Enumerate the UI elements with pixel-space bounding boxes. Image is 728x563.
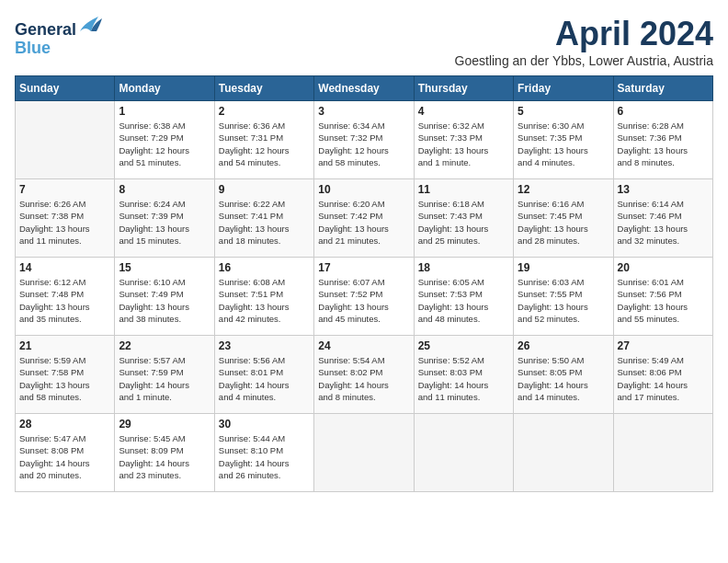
calendar-cell: 5Sunrise: 6:30 AM Sunset: 7:35 PM Daylig… bbox=[514, 101, 613, 179]
day-number: 28 bbox=[19, 418, 110, 431]
calendar-cell bbox=[514, 414, 613, 492]
day-info: Sunrise: 6:10 AM Sunset: 7:49 PM Dayligh… bbox=[119, 276, 210, 325]
location: Goestling an der Ybbs, Lower Austria, Au… bbox=[455, 53, 713, 68]
logo: General Blue bbox=[15, 15, 104, 58]
day-number: 4 bbox=[418, 105, 509, 118]
calendar-week-4: 21Sunrise: 5:59 AM Sunset: 7:58 PM Dayli… bbox=[16, 336, 713, 414]
month-title: April 2024 bbox=[455, 15, 713, 53]
day-number: 17 bbox=[318, 261, 409, 274]
day-number: 30 bbox=[219, 418, 310, 431]
day-number: 25 bbox=[418, 339, 509, 352]
day-info: Sunrise: 5:57 AM Sunset: 7:59 PM Dayligh… bbox=[119, 354, 210, 403]
day-info: Sunrise: 6:08 AM Sunset: 7:51 PM Dayligh… bbox=[219, 276, 310, 325]
day-info: Sunrise: 6:07 AM Sunset: 7:52 PM Dayligh… bbox=[318, 276, 409, 325]
day-info: Sunrise: 6:20 AM Sunset: 7:42 PM Dayligh… bbox=[318, 198, 409, 247]
header-day-sunday: Sunday bbox=[16, 76, 115, 101]
day-info: Sunrise: 6:32 AM Sunset: 7:33 PM Dayligh… bbox=[418, 120, 509, 168]
day-info: Sunrise: 6:05 AM Sunset: 7:53 PM Dayligh… bbox=[418, 276, 509, 325]
calendar-cell: 4Sunrise: 6:32 AM Sunset: 7:33 PM Daylig… bbox=[414, 101, 513, 179]
day-info: Sunrise: 6:24 AM Sunset: 7:39 PM Dayligh… bbox=[119, 198, 210, 247]
day-info: Sunrise: 6:30 AM Sunset: 7:35 PM Dayligh… bbox=[518, 120, 609, 168]
calendar-cell bbox=[314, 414, 414, 492]
day-info: Sunrise: 6:38 AM Sunset: 7:29 PM Dayligh… bbox=[119, 120, 210, 168]
day-number: 21 bbox=[19, 339, 110, 352]
day-info: Sunrise: 5:54 AM Sunset: 8:02 PM Dayligh… bbox=[318, 354, 409, 403]
header-day-saturday: Saturday bbox=[613, 76, 712, 101]
header-day-thursday: Thursday bbox=[414, 76, 513, 101]
day-number: 15 bbox=[119, 261, 210, 274]
day-info: Sunrise: 6:03 AM Sunset: 7:55 PM Dayligh… bbox=[518, 276, 609, 325]
calendar-cell: 8Sunrise: 6:24 AM Sunset: 7:39 PM Daylig… bbox=[115, 179, 214, 258]
calendar-cell: 22Sunrise: 5:57 AM Sunset: 7:59 PM Dayli… bbox=[115, 336, 214, 414]
day-number: 27 bbox=[618, 339, 709, 352]
calendar-cell: 11Sunrise: 6:18 AM Sunset: 7:43 PM Dayli… bbox=[414, 179, 513, 258]
day-number: 10 bbox=[318, 183, 409, 196]
calendar-cell: 16Sunrise: 6:08 AM Sunset: 7:51 PM Dayli… bbox=[214, 258, 313, 336]
day-info: Sunrise: 5:56 AM Sunset: 8:01 PM Dayligh… bbox=[219, 354, 310, 403]
calendar-week-3: 14Sunrise: 6:12 AM Sunset: 7:48 PM Dayli… bbox=[16, 258, 713, 336]
day-number: 3 bbox=[318, 105, 409, 118]
day-info: Sunrise: 6:16 AM Sunset: 7:45 PM Dayligh… bbox=[518, 198, 609, 247]
calendar-cell: 21Sunrise: 5:59 AM Sunset: 7:58 PM Dayli… bbox=[16, 336, 115, 414]
day-info: Sunrise: 5:45 AM Sunset: 8:09 PM Dayligh… bbox=[119, 432, 210, 481]
page-header: General Blue April 2024 Goestling an der… bbox=[15, 15, 713, 68]
day-number: 7 bbox=[19, 183, 110, 196]
calendar-cell: 15Sunrise: 6:10 AM Sunset: 7:49 PM Dayli… bbox=[115, 258, 214, 336]
calendar-week-2: 7Sunrise: 6:26 AM Sunset: 7:38 PM Daylig… bbox=[16, 179, 713, 258]
calendar-cell bbox=[414, 414, 513, 492]
day-info: Sunrise: 5:52 AM Sunset: 8:03 PM Dayligh… bbox=[418, 354, 509, 403]
day-number: 8 bbox=[119, 183, 210, 196]
calendar-body: 1Sunrise: 6:38 AM Sunset: 7:29 PM Daylig… bbox=[16, 101, 713, 492]
day-info: Sunrise: 5:59 AM Sunset: 7:58 PM Dayligh… bbox=[19, 354, 110, 403]
calendar-cell: 28Sunrise: 5:47 AM Sunset: 8:08 PM Dayli… bbox=[16, 414, 115, 492]
day-info: Sunrise: 6:28 AM Sunset: 7:36 PM Dayligh… bbox=[618, 120, 709, 168]
day-number: 26 bbox=[518, 339, 609, 352]
day-number: 13 bbox=[618, 183, 709, 196]
day-info: Sunrise: 5:50 AM Sunset: 8:05 PM Dayligh… bbox=[518, 354, 609, 403]
day-number: 19 bbox=[518, 261, 609, 274]
calendar-cell: 27Sunrise: 5:49 AM Sunset: 8:06 PM Dayli… bbox=[613, 336, 712, 414]
header-day-tuesday: Tuesday bbox=[214, 76, 313, 101]
day-number: 11 bbox=[418, 183, 509, 196]
calendar-cell: 2Sunrise: 6:36 AM Sunset: 7:31 PM Daylig… bbox=[214, 101, 313, 179]
calendar-cell: 20Sunrise: 6:01 AM Sunset: 7:56 PM Dayli… bbox=[613, 258, 712, 336]
calendar-cell: 12Sunrise: 6:16 AM Sunset: 7:45 PM Dayli… bbox=[514, 179, 613, 258]
calendar-cell bbox=[613, 414, 712, 492]
day-info: Sunrise: 5:49 AM Sunset: 8:06 PM Dayligh… bbox=[618, 354, 709, 403]
day-info: Sunrise: 6:36 AM Sunset: 7:31 PM Dayligh… bbox=[219, 120, 310, 168]
calendar-cell: 3Sunrise: 6:34 AM Sunset: 7:32 PM Daylig… bbox=[314, 101, 414, 179]
day-info: Sunrise: 6:34 AM Sunset: 7:32 PM Dayligh… bbox=[318, 120, 409, 168]
day-info: Sunrise: 6:12 AM Sunset: 7:48 PM Dayligh… bbox=[19, 276, 110, 325]
day-info: Sunrise: 6:14 AM Sunset: 7:46 PM Dayligh… bbox=[618, 198, 709, 247]
calendar-week-5: 28Sunrise: 5:47 AM Sunset: 8:08 PM Dayli… bbox=[16, 414, 713, 492]
day-number: 22 bbox=[119, 339, 210, 352]
calendar-cell: 9Sunrise: 6:22 AM Sunset: 7:41 PM Daylig… bbox=[214, 179, 313, 258]
calendar-cell: 29Sunrise: 5:45 AM Sunset: 8:09 PM Dayli… bbox=[115, 414, 214, 492]
calendar-cell: 13Sunrise: 6:14 AM Sunset: 7:46 PM Dayli… bbox=[613, 179, 712, 258]
day-info: Sunrise: 6:01 AM Sunset: 7:56 PM Dayligh… bbox=[618, 276, 709, 325]
day-info: Sunrise: 5:44 AM Sunset: 8:10 PM Dayligh… bbox=[219, 432, 310, 481]
day-number: 24 bbox=[318, 339, 409, 352]
day-info: Sunrise: 5:47 AM Sunset: 8:08 PM Dayligh… bbox=[19, 432, 110, 481]
day-number: 29 bbox=[119, 418, 210, 431]
day-info: Sunrise: 6:26 AM Sunset: 7:38 PM Dayligh… bbox=[19, 198, 110, 247]
calendar-cell bbox=[16, 101, 115, 179]
calendar-table: SundayMondayTuesdayWednesdayThursdayFrid… bbox=[15, 75, 713, 492]
header-day-friday: Friday bbox=[514, 76, 613, 101]
calendar-cell: 1Sunrise: 6:38 AM Sunset: 7:29 PM Daylig… bbox=[115, 101, 214, 179]
calendar-cell: 26Sunrise: 5:50 AM Sunset: 8:05 PM Dayli… bbox=[514, 336, 613, 414]
day-number: 6 bbox=[618, 105, 709, 118]
calendar-cell: 14Sunrise: 6:12 AM Sunset: 7:48 PM Dayli… bbox=[16, 258, 115, 336]
calendar-cell: 18Sunrise: 6:05 AM Sunset: 7:53 PM Dayli… bbox=[414, 258, 513, 336]
calendar-cell: 30Sunrise: 5:44 AM Sunset: 8:10 PM Dayli… bbox=[214, 414, 313, 492]
calendar-header-row: SundayMondayTuesdayWednesdayThursdayFrid… bbox=[16, 76, 713, 101]
day-number: 16 bbox=[219, 261, 310, 274]
day-number: 1 bbox=[119, 105, 210, 118]
day-number: 18 bbox=[418, 261, 509, 274]
header-day-wednesday: Wednesday bbox=[314, 76, 414, 101]
day-number: 20 bbox=[618, 261, 709, 274]
day-number: 12 bbox=[518, 183, 609, 196]
day-info: Sunrise: 6:22 AM Sunset: 7:41 PM Dayligh… bbox=[219, 198, 310, 247]
logo-bird-icon bbox=[78, 15, 104, 35]
calendar-cell: 24Sunrise: 5:54 AM Sunset: 8:02 PM Dayli… bbox=[314, 336, 414, 414]
